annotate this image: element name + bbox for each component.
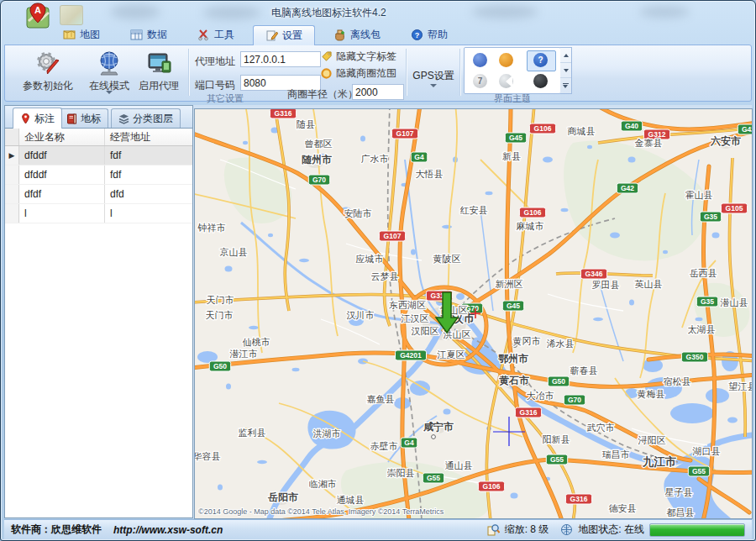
quick-access-icon[interactable] [60, 5, 83, 25]
tab-label: 帮助 [428, 28, 448, 42]
theme-silver-seven[interactable]: 7 [473, 74, 487, 88]
sidebar-tab-landmark[interactable]: 地标 [59, 108, 108, 128]
theme-blue-apple[interactable] [473, 53, 487, 67]
gps-settings-button[interactable]: GPS设置 [409, 47, 458, 97]
tab-label: 地图 [80, 28, 100, 42]
table-row[interactable]: dfddffdf [5, 165, 192, 185]
sidebar-tab-layers[interactable]: 分类图层 [111, 108, 181, 128]
highway-shield: G4 [401, 438, 417, 448]
statusbar: 软件商：欣思维软件 http://www.xsw-soft.cn 缩放: 8 级… [4, 519, 752, 539]
svg-text:G42: G42 [621, 184, 634, 192]
theme-black[interactable] [533, 74, 548, 88]
cell-address[interactable]: l [105, 204, 192, 223]
cell-company[interactable]: dfdf [19, 185, 105, 203]
map-place-label: 咸宁市 [423, 421, 454, 433]
map-place-label: 武穴市 [587, 423, 615, 433]
gallery-expand[interactable] [560, 78, 571, 92]
map-place-label: 临湘市 [309, 479, 337, 489]
map-place-label: 安陆市 [344, 208, 372, 218]
button-label: 参数初始化 [13, 79, 82, 93]
map-canvas[interactable]: G316G107G107G106G312G105G106G318G316G106… [195, 109, 752, 518]
cell-address[interactable]: dfd [105, 185, 192, 203]
chevron-down-icon [430, 84, 437, 91]
svg-text:G106: G106 [524, 208, 542, 217]
statusbar-right: 缩放: 8 级 地图状态: 在线 [487, 523, 745, 537]
theme-pumpkin[interactable] [499, 53, 513, 67]
table-row[interactable]: ll [5, 204, 192, 223]
map-place-label: 岳西县 [690, 268, 717, 278]
online-mode-button[interactable]: 在线模式 [84, 47, 134, 97]
gallery-scrollbar [560, 47, 572, 94]
proxy-address-input[interactable] [240, 51, 321, 67]
map-place-label: 商城县 [568, 126, 596, 136]
row-selector[interactable] [5, 204, 19, 223]
app-map-pin-icon[interactable]: A [24, 3, 51, 29]
highway-shield: G316 [270, 109, 296, 118]
pin-icon [20, 113, 31, 124]
cell-company[interactable]: dfddf [19, 165, 105, 184]
vendor-url[interactable]: http://www.xsw-soft.cn [113, 524, 223, 536]
option-label: 隐藏商圈范围 [336, 66, 396, 81]
map-place-label: 云梦县 [371, 271, 399, 281]
map-place-label: 嘉鱼县 [367, 394, 395, 404]
cell-company[interactable]: l [19, 204, 105, 223]
gallery-scroll-up[interactable] [560, 48, 571, 63]
map-attribution: ©2014 Google - Map data ©2014 Tele Atlas… [198, 507, 444, 516]
tab-label: 工具 [214, 28, 234, 42]
highway-shield: G45 [505, 133, 526, 143]
map-place-label: 望江县 [729, 381, 753, 391]
highway-shield: G107 [391, 129, 417, 139]
column-header-address[interactable]: 经营地址 [105, 129, 192, 145]
map-place-label: 浔阳区 [638, 435, 666, 445]
tab-offline-package[interactable]: 离线包 [322, 25, 392, 45]
svg-text:G35: G35 [704, 213, 717, 221]
table-row[interactable]: ▶dfddffdf [5, 146, 192, 165]
row-selector[interactable] [5, 185, 19, 203]
cell-company[interactable]: dfddf [19, 146, 105, 165]
cell-address[interactable]: fdf [105, 165, 192, 184]
highway-shield: G55 [423, 473, 444, 483]
sidebar-tab-annotation[interactable]: 标注 [13, 108, 62, 129]
map-place-label: 新洲区 [496, 279, 523, 289]
hide-business-circle-option[interactable]: 隐藏商圈范围 [321, 66, 396, 81]
gear-pencil-icon [34, 50, 61, 76]
map-icon [63, 29, 76, 41]
sidebar-tabbar: 标注 地标 分类图层 [5, 106, 192, 129]
highway-shield: G106 [519, 207, 545, 218]
ribbon-tab-row: 地图 数据 工具 设置 离线包 ? 帮助 [51, 25, 459, 45]
theme-blue-help[interactable]: ? [533, 53, 548, 67]
svg-text:G55: G55 [550, 455, 564, 464]
svg-text:?: ? [415, 31, 420, 39]
cell-address[interactable]: fdf [105, 146, 192, 165]
table-row[interactable]: dfdfdfd [5, 185, 192, 204]
map-place-label: 黄陂区 [433, 254, 461, 264]
tab-tools[interactable]: 工具 [186, 25, 246, 45]
svg-text:G42: G42 [742, 125, 752, 134]
map-viewport[interactable]: G316G107G107G106G312G105G106G318G316G106… [194, 108, 753, 519]
map-status-label: 地图状态: 在线 [578, 523, 644, 537]
column-header-company[interactable]: 企业名称 [19, 129, 105, 145]
town-dot [432, 435, 436, 439]
enable-proxy-button[interactable]: 启用代理 [134, 47, 183, 97]
map-place-label: 湖口县 [692, 446, 721, 456]
row-selector[interactable] [5, 165, 19, 184]
main-area: 标注 地标 分类图层 企业名称 经营地址 ▶dfddffdfdfddffdfdf… [4, 105, 752, 518]
titlebar[interactable]: A 电脑离线地图标注软件4.2 [1, 1, 755, 24]
radius-input[interactable] [352, 84, 404, 100]
tab-map[interactable]: 地图 [51, 25, 112, 45]
highway-shield: G35 [700, 212, 721, 222]
init-params-button[interactable]: 参数初始化 [13, 47, 82, 97]
tab-help[interactable]: ? 帮助 [399, 25, 459, 45]
theme-silver-wedge[interactable] [499, 74, 513, 88]
highway-shield: G40 [621, 121, 642, 131]
svg-text:G40: G40 [625, 122, 638, 130]
globe-stand-icon [96, 50, 123, 76]
highway-shield: G42 [738, 124, 752, 134]
svg-text:G45: G45 [507, 302, 520, 310]
row-selector[interactable]: ▶ [5, 146, 19, 165]
hide-text-labels-option[interactable]: 隐藏文字标签 [321, 50, 396, 64]
tab-settings[interactable]: 设置 [253, 25, 315, 45]
tab-data[interactable]: 数据 [118, 25, 179, 45]
svg-text:G35: G35 [701, 297, 714, 306]
gallery-scroll-down[interactable] [560, 63, 571, 78]
